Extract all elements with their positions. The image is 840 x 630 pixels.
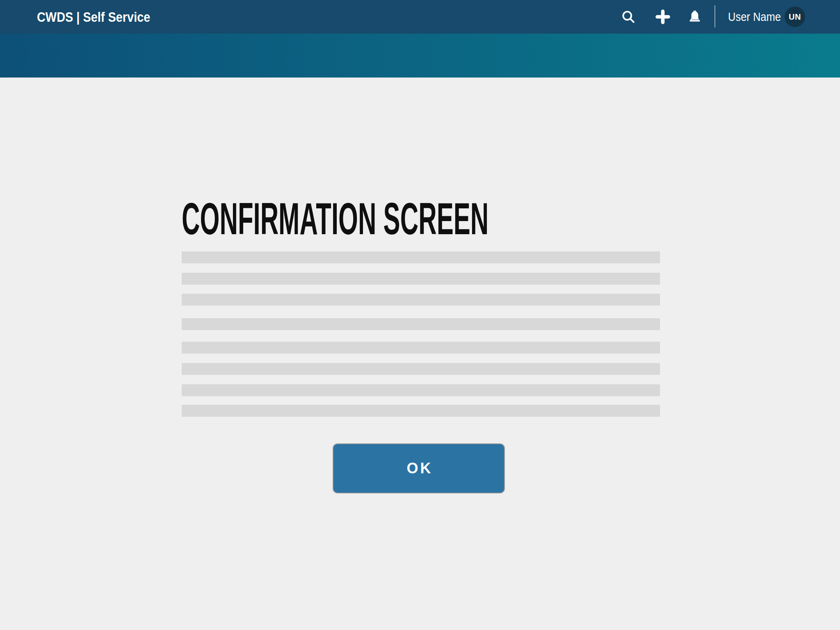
- navbar-divider: [714, 5, 715, 27]
- page-title: CONFIRMATION SCREEN: [182, 196, 730, 241]
- top-navbar: CWDS | Self Service: [0, 0, 840, 34]
- confirmation-screen-page: CWDS | Self Service: [0, 0, 840, 630]
- page-title-text: CONFIRMATION SCREEN: [182, 196, 488, 241]
- bell-icon: [687, 9, 702, 24]
- placeholder-line: [182, 384, 660, 396]
- placeholder-line: [182, 318, 660, 330]
- ok-button[interactable]: OK: [333, 443, 505, 493]
- user-avatar[interactable]: UN: [785, 7, 805, 27]
- user-name-text: User Name: [728, 10, 781, 24]
- avatar-initials: UN: [789, 12, 801, 22]
- placeholder-line: [182, 363, 660, 375]
- notifications-button[interactable]: [685, 7, 705, 27]
- plus-icon: [655, 9, 671, 25]
- app-brand: CWDS | Self Service: [37, 0, 170, 34]
- search-icon: [621, 9, 636, 24]
- user-name-label: User Name: [728, 0, 790, 34]
- placeholder-line: [182, 405, 660, 417]
- placeholder-line: [182, 251, 660, 263]
- search-button[interactable]: [619, 7, 638, 27]
- placeholder-line: [182, 273, 660, 285]
- app-brand-label: CWDS | Self Service: [37, 9, 150, 25]
- add-button[interactable]: [653, 7, 673, 27]
- hero-gradient-banner: [0, 34, 840, 78]
- placeholder-line: [182, 294, 660, 306]
- placeholder-line: [182, 342, 660, 354]
